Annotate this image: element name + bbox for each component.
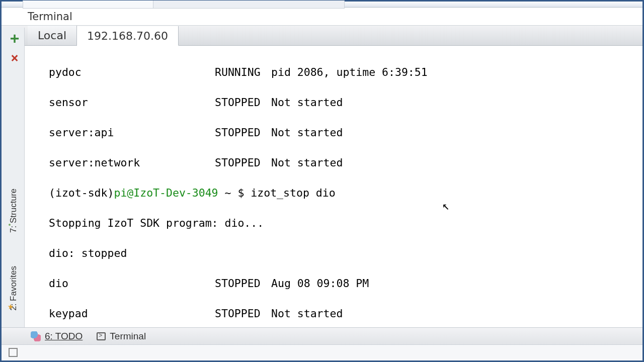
proc-row: sensorSTOPPEDNot started xyxy=(49,95,640,110)
inactive-top-tab-1[interactable] xyxy=(23,1,153,9)
toolbar-strip xyxy=(2,2,642,8)
bottom-tool-bar: 6: TODO Terminal xyxy=(2,327,642,344)
proc-row: server:apiSTOPPEDNot started xyxy=(49,125,640,140)
tab-remote-ip[interactable]: 192.168.70.60 xyxy=(77,26,179,46)
status-indicator-icon[interactable] xyxy=(9,348,18,357)
left-tool-rail: 7: Structure 2: Favorites ★ xyxy=(2,28,25,327)
status-bar xyxy=(2,344,642,360)
terminal-output[interactable]: pydocRUNNINGpid 2086, uptime 6:39:51 sen… xyxy=(49,50,640,327)
inactive-top-tab-2[interactable] xyxy=(153,1,345,9)
terminal-label: Terminal xyxy=(110,331,146,342)
todo-label: 6: TODO xyxy=(45,331,83,342)
proc-row: keypadSTOPPEDNot started xyxy=(49,306,640,321)
output-line: dio: stopped xyxy=(49,246,640,261)
tab-local[interactable]: Local xyxy=(28,26,77,45)
output-line: Stopping IzoT SDK program: dio... xyxy=(49,216,640,231)
terminal-tabbar: Local 192.168.70.60 xyxy=(2,26,642,46)
terminal-icon xyxy=(97,332,106,340)
proc-row: pydocRUNNINGpid 2086, uptime 6:39:51 xyxy=(49,65,640,80)
prompt-line: (izot-sdk)pi@IzoT-Dev-3049 ~ $ izot_stop… xyxy=(49,186,640,201)
panel-title: Terminal xyxy=(2,8,642,26)
add-tab-button[interactable]: + xyxy=(8,31,22,45)
proc-row: server:networkSTOPPEDNot started xyxy=(49,155,640,170)
todo-tool-button[interactable]: 6: TODO xyxy=(31,331,83,342)
favorites-icon[interactable]: ★ xyxy=(8,301,17,310)
todo-icon xyxy=(31,331,41,341)
app-frame: Terminal 7: Structure 2: Favorites ★ + ×… xyxy=(0,0,644,362)
close-tab-button[interactable]: × xyxy=(8,51,22,65)
structure-icon[interactable] xyxy=(8,223,19,234)
terminal-tool-button[interactable]: Terminal xyxy=(97,331,146,342)
proc-row: dioSTOPPEDAug 08 09:08 PM xyxy=(49,276,640,291)
